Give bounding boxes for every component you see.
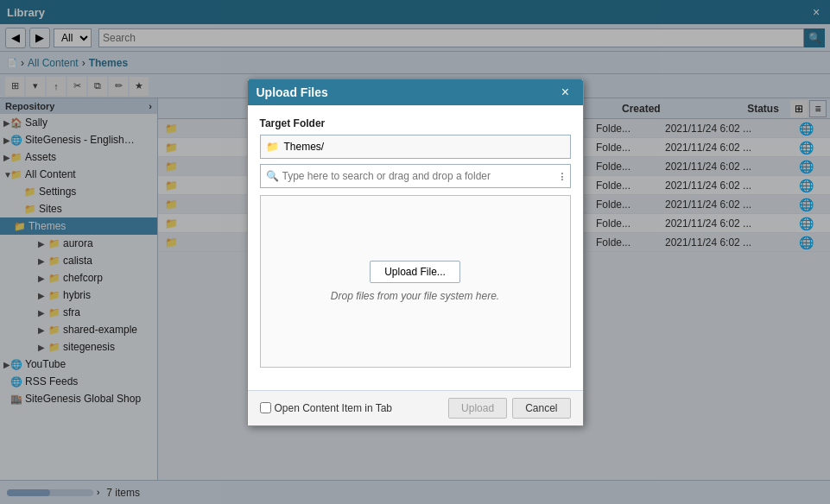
modal-overlay: Upload Files × Target Folder 📁 Themes/ 🔍… [0, 0, 830, 504]
dialog-title-bar: Upload Files × [248, 79, 583, 105]
dialog-footer: Open Content Item in Tab Upload Cancel [248, 390, 583, 425]
upload-files-dialog: Upload Files × Target Folder 📁 Themes/ 🔍… [247, 79, 584, 426]
dialog-close-button[interactable]: × [557, 84, 574, 101]
search-folder-input[interactable] [282, 170, 559, 182]
cancel-button[interactable]: Cancel [512, 398, 570, 419]
open-content-checkbox-label[interactable]: Open Content Item in Tab [260, 402, 449, 414]
target-folder-label: Target Folder [260, 117, 571, 129]
upload-file-button[interactable]: Upload File... [370, 261, 460, 283]
drop-area[interactable]: Upload File... Drop files from your file… [260, 195, 571, 368]
target-folder-value: Themes/ [284, 141, 325, 153]
dialog-title: Upload Files [257, 85, 328, 99]
search-folder-box: 🔍 ⫶ [260, 164, 571, 188]
drop-text: Drop files from your file system here. [331, 290, 499, 302]
upload-button[interactable]: Upload [448, 398, 507, 419]
dialog-body: Target Folder 📁 Themes/ 🔍 ⫶ Upload File.… [248, 105, 583, 390]
footer-buttons: Upload Cancel [448, 398, 570, 419]
target-folder-box: 📁 Themes/ [260, 135, 571, 159]
folder-icon-target: 📁 [266, 141, 279, 153]
search-folder-icon: 🔍 [266, 170, 279, 182]
checkbox-text: Open Content Item in Tab [275, 402, 393, 414]
bars-icon: ⫶ [559, 169, 565, 183]
open-content-checkbox[interactable] [260, 402, 271, 413]
